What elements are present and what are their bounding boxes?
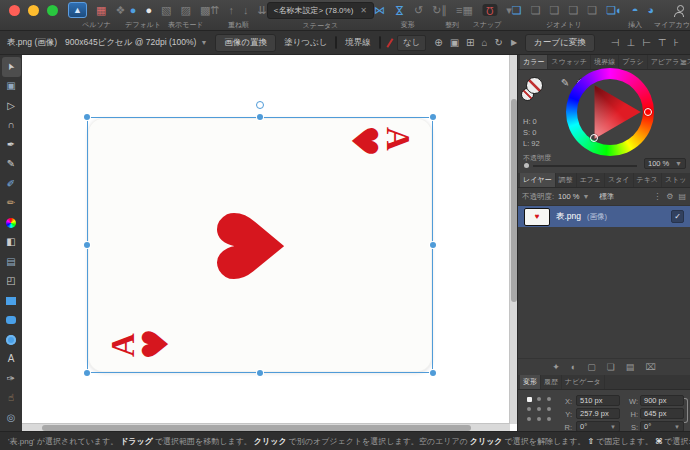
slider-thumb[interactable] xyxy=(386,38,393,48)
tab-color[interactable]: カラー xyxy=(520,55,548,69)
rotation-handle[interactable] xyxy=(256,101,264,109)
opacity-value-field[interactable]: 100 % ▼ xyxy=(644,158,686,169)
move-tool[interactable]: ➤ xyxy=(2,57,21,77)
boolean-add-icon[interactable]: ❏ xyxy=(512,5,522,16)
add-layer-icon[interactable]: ▤ xyxy=(626,362,635,372)
boolean-combine-icon[interactable]: ❏ xyxy=(606,5,616,16)
designer-persona-icon[interactable]: ▲ xyxy=(68,2,87,18)
minimize-window-button[interactable] xyxy=(28,5,39,16)
replace-image-button[interactable]: 画像の置換 xyxy=(215,34,276,52)
opacity-slider-thumb[interactable] xyxy=(524,163,529,168)
boolean-intersect-icon[interactable]: ❏ xyxy=(550,5,560,16)
ellipse-tool[interactable] xyxy=(2,330,21,350)
boolean-xor-icon[interactable]: ❏ xyxy=(568,5,578,16)
white-ball-icon[interactable]: ● xyxy=(146,5,157,16)
panel-menu-icon[interactable]: ≣ xyxy=(677,55,690,69)
opacity-slider[interactable] xyxy=(533,165,637,167)
insert-behind-icon[interactable]: ◐ xyxy=(616,5,623,16)
delete-layer-icon[interactable]: ⌧ xyxy=(645,362,655,372)
place-image-tool[interactable]: ▤ xyxy=(2,252,21,272)
zoom-tool[interactable]: ◎ xyxy=(2,408,21,428)
tab-stock[interactable]: ストッ xyxy=(662,173,690,187)
selection-handle-bottom-right[interactable] xyxy=(430,370,436,376)
frame-icon[interactable]: ▣ xyxy=(450,37,459,48)
stroke-swatch[interactable] xyxy=(379,36,381,49)
snap-magnet-icon[interactable]: Ω xyxy=(482,4,497,16)
layers-opacity-dropdown[interactable]: 100 % ▼ xyxy=(558,192,589,201)
selection-handle-bottom-middle[interactable] xyxy=(257,370,263,376)
tab-swatches[interactable]: スウォッチ xyxy=(548,55,591,69)
lock-icon[interactable]: ▤ xyxy=(678,192,686,201)
layer-row[interactable]: ♥ 表.png (画像) ✓ xyxy=(518,206,690,227)
corner-tool[interactable]: ∩ xyxy=(2,116,21,136)
tab-navigator[interactable]: ナビゲータ xyxy=(562,375,605,389)
grid-icon[interactable]: ⊞ xyxy=(466,37,474,48)
rotate-cw-icon[interactable]: ↻ xyxy=(432,5,441,16)
tab-transform[interactable]: 変形 xyxy=(520,375,541,389)
rounded-rectangle-tool[interactable] xyxy=(2,311,21,331)
anchor-icon[interactable]: ⌂ xyxy=(481,37,487,48)
align-top-icon[interactable]: ⊤ xyxy=(658,37,667,48)
x-field[interactable]: 510 px xyxy=(576,395,620,406)
stroke-width-value[interactable]: なし xyxy=(397,35,426,51)
layer-visibility-checkbox[interactable]: ✓ xyxy=(671,210,684,223)
canvas[interactable]: ♥ ♥ A A ♥ xyxy=(22,55,518,432)
boolean-subtract-icon[interactable]: ❏ xyxy=(531,5,541,16)
close-window-button[interactable] xyxy=(9,5,20,16)
align-middle-icon[interactable]: ⊦ xyxy=(674,37,679,48)
vector-crop-tool[interactable]: ◰ xyxy=(2,272,21,292)
account-icon[interactable] xyxy=(674,5,684,16)
move-to-back-icon[interactable]: ⇊ xyxy=(258,5,267,16)
transparency-tool[interactable]: ◧ xyxy=(2,233,21,253)
tab-layers[interactable]: レイヤー xyxy=(520,173,556,187)
anchor-point-selector[interactable] xyxy=(526,396,552,422)
cycle-icon[interactable]: ↻ xyxy=(495,37,503,48)
tab-styles[interactable]: スタイ xyxy=(605,173,634,187)
tab-text-styles[interactable]: テキス xyxy=(634,173,663,187)
view-tool[interactable]: ☝ xyxy=(2,389,21,409)
layers-empty-area[interactable] xyxy=(518,227,690,358)
node-tool[interactable]: ▷ xyxy=(2,96,21,116)
triangle-marker[interactable] xyxy=(590,134,598,142)
mask-icon[interactable]: ▢ xyxy=(587,362,596,372)
zoom-window-button[interactable] xyxy=(47,5,58,16)
selection-handle-bottom-left[interactable] xyxy=(84,370,90,376)
gear-icon[interactable]: ⚙ xyxy=(666,192,673,201)
tab-stroke[interactable]: 境界線 xyxy=(591,55,619,69)
align-left-icon[interactable]: ⊣ xyxy=(611,37,620,48)
artboard-tool[interactable]: ▣ xyxy=(2,77,21,97)
layer-thumbnail[interactable]: ♥ xyxy=(524,208,550,226)
selection-handle-top-left[interactable] xyxy=(84,114,90,120)
rotate-ccw-icon[interactable]: ↺ xyxy=(414,5,423,16)
pencil-tool[interactable]: ✎ xyxy=(2,155,21,175)
snap-grid-icon[interactable]: ▦ xyxy=(462,5,472,16)
flip-vertical-icon[interactable]: ⋈ xyxy=(394,5,405,16)
h-field[interactable]: 645 px xyxy=(640,408,684,419)
move-forward-icon[interactable]: ↑ xyxy=(229,5,235,16)
blend-mode-dropdown[interactable]: 標準 xyxy=(599,192,649,202)
paint-brush-tool[interactable]: ✏ xyxy=(2,194,21,214)
layer-options-icon[interactable]: ⋮ xyxy=(653,192,661,201)
selection-handle-middle-left[interactable] xyxy=(84,242,90,248)
tab-adjustments[interactable]: 調整 xyxy=(556,173,577,187)
selection-handle-middle-right[interactable] xyxy=(430,242,436,248)
pixel-persona-icon[interactable]: ▦ xyxy=(96,5,106,16)
tab-history[interactable]: 履歴 xyxy=(541,375,562,389)
insert-inside-icon[interactable]: ◕ xyxy=(647,5,654,16)
insert-on-top-icon[interactable]: ◓ xyxy=(632,5,639,16)
link-dimensions-icon[interactable] xyxy=(684,398,688,423)
effects-icon[interactable]: ✦ xyxy=(552,362,560,372)
fill-tool[interactable] xyxy=(2,213,21,233)
export-persona-icon[interactable]: ❖ xyxy=(115,5,125,16)
boolean-divide-icon[interactable]: ❏ xyxy=(587,5,597,16)
fill-color-indicator[interactable] xyxy=(526,77,543,94)
rectangle-tool[interactable] xyxy=(2,291,21,311)
move-to-front-icon[interactable]: ⇈ xyxy=(210,5,219,16)
convert-to-curves-button[interactable]: カーブに変換 xyxy=(525,34,595,52)
group-icon[interactable]: ❏ xyxy=(607,362,615,372)
color-wheel[interactable] xyxy=(566,68,654,156)
crosshair-icon[interactable]: ⊕ xyxy=(434,37,442,48)
vector-brush-tool[interactable]: ✐ xyxy=(2,174,21,194)
text-tool[interactable]: A xyxy=(2,350,21,370)
pixel-view-icon[interactable]: ▨ xyxy=(181,5,191,16)
